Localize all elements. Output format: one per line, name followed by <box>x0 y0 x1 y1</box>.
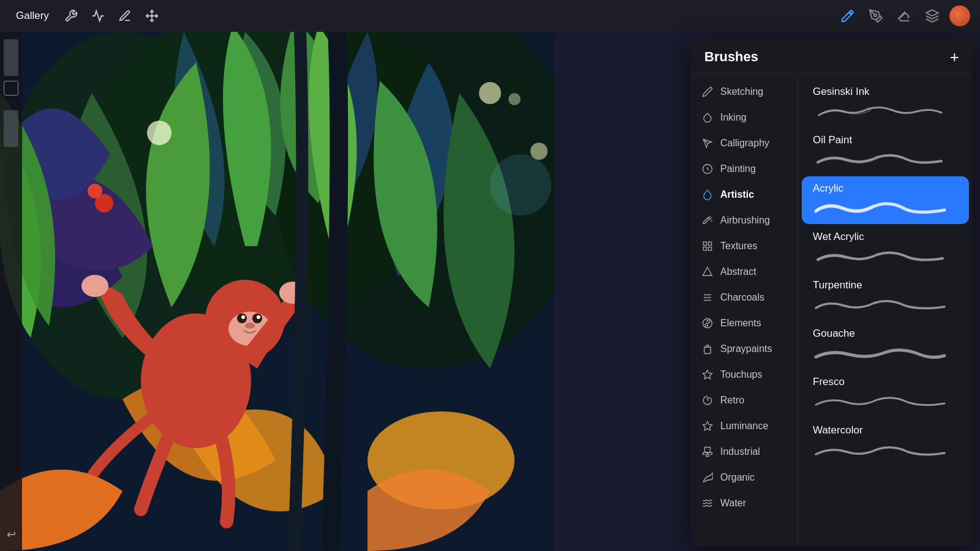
svg-rect-34 <box>709 247 712 250</box>
svg-marker-43 <box>703 422 712 430</box>
svg-marker-42 <box>703 370 712 379</box>
layers-icon[interactable] <box>921 5 943 27</box>
category-label-airbrushing: Airbrushing <box>720 215 770 226</box>
category-label-organic: Organic <box>720 472 755 483</box>
category-icon-airbrushing <box>701 214 714 227</box>
category-icon-touchups <box>701 368 714 381</box>
brush-name-acrylic: Acrylic <box>813 182 958 195</box>
category-item-retro[interactable]: Retro <box>691 388 797 413</box>
brush-item-turpentine[interactable]: Turpentine <box>802 273 969 321</box>
category-icon-organic <box>701 471 714 484</box>
category-label-painting: Painting <box>720 163 756 174</box>
brush-name-turpentine: Turpentine <box>813 279 958 291</box>
svg-point-20 <box>88 184 102 198</box>
category-label-sketching: Sketching <box>720 86 763 97</box>
category-label-textures: Textures <box>720 241 757 252</box>
brush-item-gouache[interactable]: Gouache <box>802 321 969 369</box>
category-label-spraypaints: Spraypaints <box>720 343 772 354</box>
svg-point-21 <box>479 82 501 104</box>
selection-icon[interactable] <box>114 5 136 27</box>
category-item-organic[interactable]: Organic <box>691 465 797 490</box>
avatar[interactable] <box>949 6 970 26</box>
undo-button[interactable]: ↩ <box>7 528 16 541</box>
category-item-industrial[interactable]: Industrial <box>691 439 797 465</box>
category-label-industrial: Industrial <box>720 446 760 457</box>
category-item-inking[interactable]: Inking <box>691 105 797 130</box>
svg-point-16 <box>245 323 255 329</box>
category-label-luminance: Luminance <box>720 421 768 432</box>
category-item-abstract[interactable]: Abstract <box>691 259 797 285</box>
svg-point-25 <box>490 154 551 216</box>
category-icon-textures <box>701 239 714 253</box>
category-icon-sketching <box>701 85 714 99</box>
transform-icon[interactable] <box>141 5 163 27</box>
category-icon-artistic <box>701 188 714 201</box>
category-icon-inking <box>701 111 714 124</box>
svg-point-23 <box>147 121 172 145</box>
svg-point-2 <box>874 14 876 17</box>
brush-name-gesinski-ink: Gesinski Ink <box>813 86 958 98</box>
brush-name-wet-acrylic: Wet Acrylic <box>813 231 958 243</box>
brush-list: Gesinski Ink Oil Paint Acrylic Wet Acryl… <box>798 74 973 546</box>
svg-line-28 <box>709 216 710 218</box>
brush-item-fresco[interactable]: Fresco <box>802 370 969 418</box>
category-icon-spraypaints <box>701 342 714 356</box>
brush-stroke-acrylic <box>813 198 958 218</box>
canvas-bg[interactable] <box>0 32 554 551</box>
brush-stroke-fresco <box>813 392 958 411</box>
category-item-touchups[interactable]: Touchups <box>691 362 797 388</box>
category-item-luminance[interactable]: Luminance <box>691 413 797 439</box>
svg-marker-35 <box>703 268 712 276</box>
category-icon-charcoals <box>701 291 714 304</box>
svg-rect-33 <box>703 247 706 250</box>
category-label-inking: Inking <box>720 112 747 123</box>
category-item-spraypaints[interactable]: Spraypaints <box>691 336 797 362</box>
category-item-calligraphy[interactable]: Calligraphy <box>691 130 797 156</box>
wrench-icon[interactable] <box>60 5 82 27</box>
brush-item-watercolor[interactable]: Watercolor <box>802 418 969 466</box>
category-label-artistic: Artistic <box>720 189 754 200</box>
category-item-airbrushing[interactable]: Airbrushing <box>691 208 797 233</box>
category-item-artistic[interactable]: Artistic <box>691 182 797 208</box>
size-slider[interactable] <box>4 110 18 147</box>
brush-stroke-watercolor <box>813 440 958 460</box>
brush-item-gesinski-ink[interactable]: Gesinski Ink <box>802 80 969 127</box>
brush-stroke-oil-paint <box>813 150 958 170</box>
category-item-charcoals[interactable]: Charcoals <box>691 285 797 310</box>
brush-panel-body: Sketching Inking Calligraphy Painting Ar… <box>691 74 973 546</box>
brush-name-fresco: Fresco <box>813 376 958 388</box>
svg-rect-32 <box>709 242 712 245</box>
category-icon-abstract <box>701 265 714 279</box>
eraser-tool-icon[interactable] <box>893 5 915 27</box>
canvas-area <box>0 32 554 551</box>
category-item-water[interactable]: Water <box>691 490 797 516</box>
brush-panel-add-button[interactable]: + <box>950 49 959 65</box>
brush-panel-title: Brushes <box>704 49 758 65</box>
color-square[interactable] <box>4 81 18 96</box>
left-sidebar: ↩ <box>0 32 22 551</box>
category-item-textures[interactable]: Textures <box>691 233 797 259</box>
category-label-touchups: Touchups <box>720 369 763 380</box>
category-icon-luminance <box>701 419 714 433</box>
brush-name-watercolor: Watercolor <box>813 424 958 437</box>
svg-marker-3 <box>926 10 938 16</box>
brush-item-wet-acrylic[interactable]: Wet Acrylic <box>802 225 969 272</box>
magic-wand-icon[interactable] <box>87 5 109 27</box>
brush-panel: Brushes + Sketching Inking Calligraphy P… <box>691 38 973 546</box>
opacity-slider[interactable] <box>4 39 18 76</box>
category-label-elements: Elements <box>720 318 761 329</box>
category-item-elements[interactable]: Elements <box>691 310 797 336</box>
gallery-button[interactable]: Gallery <box>10 6 55 26</box>
brush-item-oil-paint[interactable]: Oil Paint <box>802 128 969 176</box>
brush-item-acrylic[interactable]: Acrylic <box>802 176 969 224</box>
category-icon-elements <box>701 317 714 330</box>
brush-tool-icon[interactable] <box>837 5 859 27</box>
category-item-painting[interactable]: Painting <box>691 156 797 182</box>
brush-stroke-wet-acrylic <box>813 247 958 266</box>
category-label-water: Water <box>720 498 746 509</box>
category-item-sketching[interactable]: Sketching <box>691 79 797 105</box>
smudge-tool-icon[interactable] <box>865 5 887 27</box>
category-icon-water <box>701 497 714 510</box>
category-label-abstract: Abstract <box>720 266 756 277</box>
brush-panel-header: Brushes + <box>691 38 973 74</box>
